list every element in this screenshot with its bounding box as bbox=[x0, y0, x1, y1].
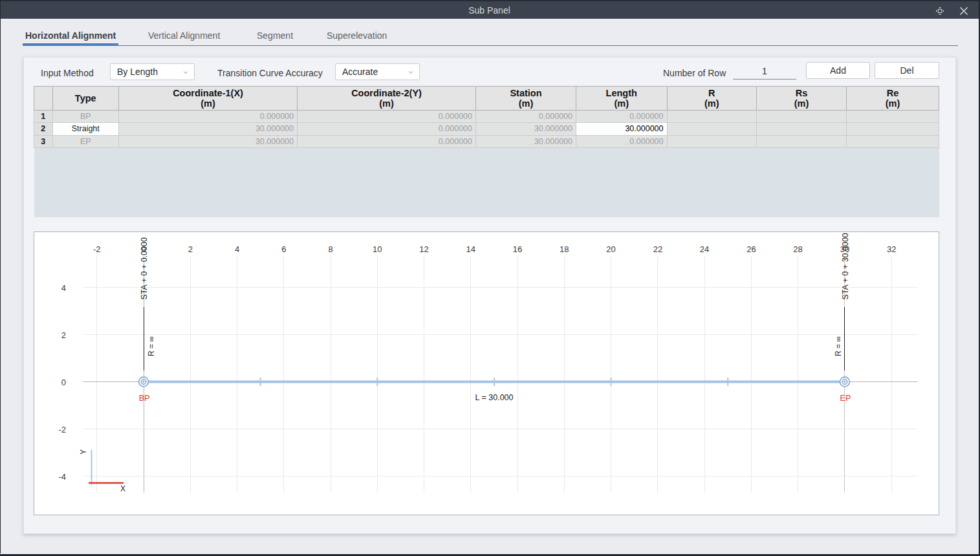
svg-text:6: 6 bbox=[281, 244, 286, 254]
svg-text:BP: BP bbox=[139, 394, 150, 403]
svg-text:2: 2 bbox=[188, 244, 193, 254]
svg-text:10: 10 bbox=[373, 244, 382, 254]
svg-text:28: 28 bbox=[793, 244, 802, 254]
svg-text:EP: EP bbox=[840, 394, 851, 403]
svg-text:4: 4 bbox=[235, 244, 239, 254]
svg-text:R = ∞: R = ∞ bbox=[147, 336, 156, 356]
svg-text:STA + 0 + 0.0000: STA + 0 + 0.0000 bbox=[140, 237, 149, 299]
svg-text:22: 22 bbox=[653, 244, 662, 254]
svg-text:-2: -2 bbox=[93, 244, 101, 254]
svg-text:L = 30.000: L = 30.000 bbox=[475, 393, 514, 402]
svg-text:24: 24 bbox=[700, 244, 709, 254]
svg-text:R = ∞: R = ∞ bbox=[834, 336, 843, 356]
svg-text:X: X bbox=[120, 484, 125, 493]
svg-text:26: 26 bbox=[746, 244, 756, 254]
svg-text:-4: -4 bbox=[58, 472, 66, 482]
svg-text:14: 14 bbox=[466, 244, 475, 254]
svg-text:Y: Y bbox=[79, 449, 88, 454]
svg-text:8: 8 bbox=[328, 244, 332, 254]
svg-text:32: 32 bbox=[887, 244, 896, 254]
svg-text:2: 2 bbox=[61, 330, 66, 340]
svg-text:4: 4 bbox=[61, 283, 66, 293]
svg-text:0: 0 bbox=[61, 378, 66, 387]
svg-text:20: 20 bbox=[606, 244, 615, 254]
svg-text:STA + 0 + 30.0000: STA + 0 + 30.0000 bbox=[841, 233, 850, 299]
svg-text:18: 18 bbox=[560, 244, 569, 254]
svg-text:-2: -2 bbox=[58, 425, 66, 434]
svg-text:12: 12 bbox=[419, 244, 428, 254]
svg-text:16: 16 bbox=[513, 244, 522, 254]
